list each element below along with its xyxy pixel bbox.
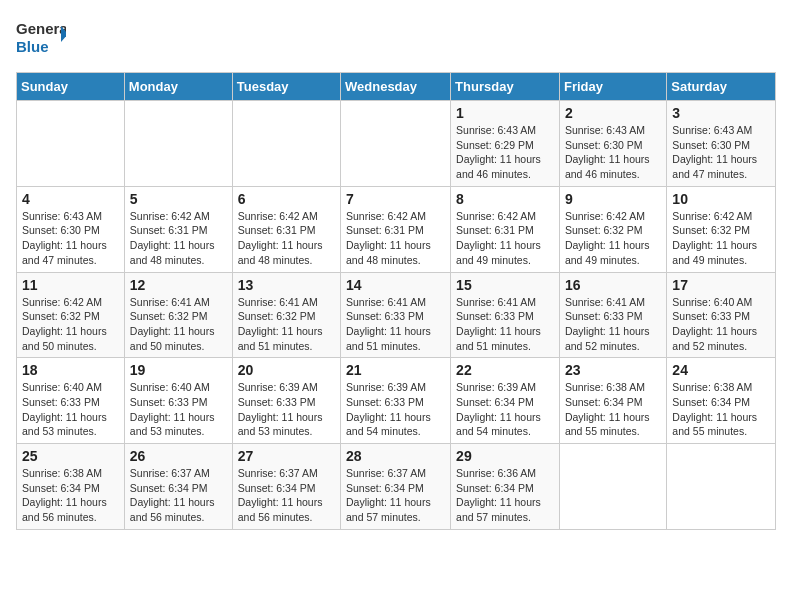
day-info: Sunrise: 6:39 AM Sunset: 6:33 PM Dayligh… [346,380,445,439]
day-number: 6 [238,191,335,207]
weekday-header-friday: Friday [559,73,666,101]
day-number: 1 [456,105,554,121]
calendar-cell: 14Sunrise: 6:41 AM Sunset: 6:33 PM Dayli… [341,272,451,358]
day-info: Sunrise: 6:43 AM Sunset: 6:29 PM Dayligh… [456,123,554,182]
day-number: 11 [22,277,119,293]
day-info: Sunrise: 6:36 AM Sunset: 6:34 PM Dayligh… [456,466,554,525]
weekday-header-sunday: Sunday [17,73,125,101]
calendar-cell [341,101,451,187]
svg-text:General: General [16,20,66,37]
day-info: Sunrise: 6:42 AM Sunset: 6:31 PM Dayligh… [238,209,335,268]
day-info: Sunrise: 6:42 AM Sunset: 6:31 PM Dayligh… [130,209,227,268]
calendar-cell: 8Sunrise: 6:42 AM Sunset: 6:31 PM Daylig… [451,186,560,272]
calendar-cell [124,101,232,187]
calendar-week-row: 11Sunrise: 6:42 AM Sunset: 6:32 PM Dayli… [17,272,776,358]
day-number: 29 [456,448,554,464]
calendar-cell: 13Sunrise: 6:41 AM Sunset: 6:32 PM Dayli… [232,272,340,358]
calendar-cell: 27Sunrise: 6:37 AM Sunset: 6:34 PM Dayli… [232,444,340,530]
calendar-cell: 15Sunrise: 6:41 AM Sunset: 6:33 PM Dayli… [451,272,560,358]
day-info: Sunrise: 6:38 AM Sunset: 6:34 PM Dayligh… [672,380,770,439]
day-info: Sunrise: 6:37 AM Sunset: 6:34 PM Dayligh… [238,466,335,525]
calendar-cell: 2Sunrise: 6:43 AM Sunset: 6:30 PM Daylig… [559,101,666,187]
calendar-cell: 23Sunrise: 6:38 AM Sunset: 6:34 PM Dayli… [559,358,666,444]
calendar-cell: 24Sunrise: 6:38 AM Sunset: 6:34 PM Dayli… [667,358,776,444]
day-number: 5 [130,191,227,207]
day-number: 17 [672,277,770,293]
day-info: Sunrise: 6:42 AM Sunset: 6:31 PM Dayligh… [456,209,554,268]
day-info: Sunrise: 6:42 AM Sunset: 6:32 PM Dayligh… [672,209,770,268]
weekday-header-thursday: Thursday [451,73,560,101]
day-number: 9 [565,191,661,207]
day-number: 13 [238,277,335,293]
day-number: 25 [22,448,119,464]
calendar-cell [232,101,340,187]
calendar-cell: 29Sunrise: 6:36 AM Sunset: 6:34 PM Dayli… [451,444,560,530]
calendar-cell: 3Sunrise: 6:43 AM Sunset: 6:30 PM Daylig… [667,101,776,187]
calendar-cell: 19Sunrise: 6:40 AM Sunset: 6:33 PM Dayli… [124,358,232,444]
day-info: Sunrise: 6:43 AM Sunset: 6:30 PM Dayligh… [565,123,661,182]
calendar-cell: 22Sunrise: 6:39 AM Sunset: 6:34 PM Dayli… [451,358,560,444]
day-info: Sunrise: 6:41 AM Sunset: 6:33 PM Dayligh… [565,295,661,354]
day-number: 24 [672,362,770,378]
calendar-cell: 5Sunrise: 6:42 AM Sunset: 6:31 PM Daylig… [124,186,232,272]
weekday-header-tuesday: Tuesday [232,73,340,101]
day-number: 18 [22,362,119,378]
day-info: Sunrise: 6:37 AM Sunset: 6:34 PM Dayligh… [130,466,227,525]
calendar-week-row: 1Sunrise: 6:43 AM Sunset: 6:29 PM Daylig… [17,101,776,187]
day-number: 22 [456,362,554,378]
day-number: 3 [672,105,770,121]
day-number: 28 [346,448,445,464]
page-header: General Blue [16,16,776,60]
day-info: Sunrise: 6:42 AM Sunset: 6:32 PM Dayligh… [565,209,661,268]
day-info: Sunrise: 6:41 AM Sunset: 6:33 PM Dayligh… [346,295,445,354]
day-info: Sunrise: 6:38 AM Sunset: 6:34 PM Dayligh… [22,466,119,525]
day-number: 15 [456,277,554,293]
day-info: Sunrise: 6:40 AM Sunset: 6:33 PM Dayligh… [672,295,770,354]
day-info: Sunrise: 6:42 AM Sunset: 6:31 PM Dayligh… [346,209,445,268]
weekday-header-monday: Monday [124,73,232,101]
calendar-cell: 10Sunrise: 6:42 AM Sunset: 6:32 PM Dayli… [667,186,776,272]
day-info: Sunrise: 6:41 AM Sunset: 6:33 PM Dayligh… [456,295,554,354]
weekday-header-row: SundayMondayTuesdayWednesdayThursdayFrid… [17,73,776,101]
day-number: 26 [130,448,227,464]
calendar-cell: 11Sunrise: 6:42 AM Sunset: 6:32 PM Dayli… [17,272,125,358]
day-number: 27 [238,448,335,464]
day-number: 14 [346,277,445,293]
logo: General Blue [16,16,66,60]
logo-svg: General Blue [16,16,66,60]
calendar-cell: 1Sunrise: 6:43 AM Sunset: 6:29 PM Daylig… [451,101,560,187]
calendar-cell: 9Sunrise: 6:42 AM Sunset: 6:32 PM Daylig… [559,186,666,272]
calendar-week-row: 25Sunrise: 6:38 AM Sunset: 6:34 PM Dayli… [17,444,776,530]
day-number: 7 [346,191,445,207]
calendar-cell: 18Sunrise: 6:40 AM Sunset: 6:33 PM Dayli… [17,358,125,444]
calendar-cell: 28Sunrise: 6:37 AM Sunset: 6:34 PM Dayli… [341,444,451,530]
day-info: Sunrise: 6:43 AM Sunset: 6:30 PM Dayligh… [22,209,119,268]
calendar-week-row: 4Sunrise: 6:43 AM Sunset: 6:30 PM Daylig… [17,186,776,272]
day-number: 2 [565,105,661,121]
calendar-cell [559,444,666,530]
calendar-cell [667,444,776,530]
calendar-cell: 4Sunrise: 6:43 AM Sunset: 6:30 PM Daylig… [17,186,125,272]
day-info: Sunrise: 6:40 AM Sunset: 6:33 PM Dayligh… [130,380,227,439]
calendar-cell: 12Sunrise: 6:41 AM Sunset: 6:32 PM Dayli… [124,272,232,358]
calendar-table: SundayMondayTuesdayWednesdayThursdayFrid… [16,72,776,530]
day-number: 16 [565,277,661,293]
svg-text:Blue: Blue [16,38,49,55]
day-number: 4 [22,191,119,207]
weekday-header-wednesday: Wednesday [341,73,451,101]
calendar-cell: 25Sunrise: 6:38 AM Sunset: 6:34 PM Dayli… [17,444,125,530]
day-number: 19 [130,362,227,378]
day-number: 21 [346,362,445,378]
calendar-week-row: 18Sunrise: 6:40 AM Sunset: 6:33 PM Dayli… [17,358,776,444]
calendar-cell [17,101,125,187]
calendar-cell: 21Sunrise: 6:39 AM Sunset: 6:33 PM Dayli… [341,358,451,444]
day-number: 8 [456,191,554,207]
calendar-cell: 20Sunrise: 6:39 AM Sunset: 6:33 PM Dayli… [232,358,340,444]
day-info: Sunrise: 6:39 AM Sunset: 6:34 PM Dayligh… [456,380,554,439]
weekday-header-saturday: Saturday [667,73,776,101]
day-info: Sunrise: 6:37 AM Sunset: 6:34 PM Dayligh… [346,466,445,525]
day-info: Sunrise: 6:39 AM Sunset: 6:33 PM Dayligh… [238,380,335,439]
calendar-cell: 17Sunrise: 6:40 AM Sunset: 6:33 PM Dayli… [667,272,776,358]
calendar-cell: 7Sunrise: 6:42 AM Sunset: 6:31 PM Daylig… [341,186,451,272]
day-info: Sunrise: 6:40 AM Sunset: 6:33 PM Dayligh… [22,380,119,439]
